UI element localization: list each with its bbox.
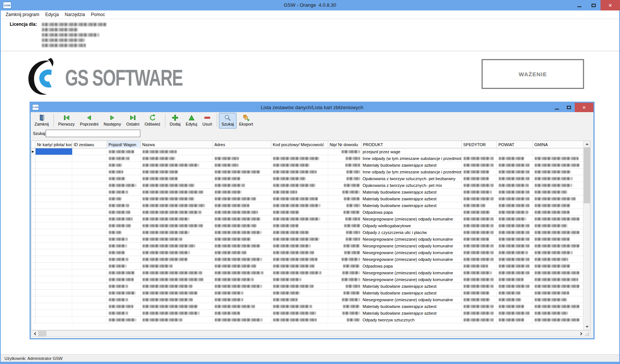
cell-produkt: Materiały budowlane zawierające azbest bbox=[361, 283, 462, 289]
redacted-cell-content bbox=[143, 265, 172, 268]
toolbar-button-szukaj[interactable]: Szukaj bbox=[219, 113, 236, 129]
table-row[interactable]: Inne odpady (w tym zmieszane substancje … bbox=[31, 169, 590, 175]
table-row[interactable]: Odpady z czyszczenia ulic i placów bbox=[31, 229, 590, 236]
table-row[interactable]: Niesegregowane (zmieszane) odpady komuna… bbox=[31, 249, 590, 256]
vertical-scroll-thumb[interactable] bbox=[584, 147, 590, 203]
redacted-cell-content bbox=[109, 278, 134, 281]
column-header-powiat[interactable]: POWIAT bbox=[497, 141, 533, 148]
table-row[interactable]: Materiały budowlane zawierające azbest bbox=[31, 290, 590, 296]
table-row[interactable]: Odpadowa papa bbox=[31, 263, 590, 269]
license-redacted-line bbox=[42, 28, 78, 31]
close-button[interactable]: ✕ bbox=[601, 0, 620, 10]
toolbar-button-odswiez[interactable]: Odśwież bbox=[142, 113, 163, 129]
table-row[interactable]: Materiały budowlane zawierające azbest bbox=[31, 303, 590, 310]
column-header-nazwa[interactable]: Nazwa bbox=[141, 141, 213, 148]
table-row[interactable]: Opakowania z tworzyw sztucznych- pet bez… bbox=[31, 175, 590, 182]
column-header-pojazd[interactable]: Pojazd/ Wagon bbox=[107, 141, 141, 148]
redacted-cell-content bbox=[342, 271, 360, 274]
cell-id_zestawu bbox=[72, 209, 107, 215]
wazenie-button[interactable]: WAŻENIE bbox=[482, 59, 584, 89]
table-row[interactable]: Materiały budowlane zawierające azbest bbox=[31, 310, 590, 317]
column-header-nip[interactable]: Nip/ Nr dowodu bbox=[328, 141, 361, 148]
redacted-cell-content bbox=[343, 305, 360, 308]
next-icon bbox=[109, 114, 116, 121]
toolbar-button-usun[interactable]: Usuń bbox=[200, 113, 215, 129]
scroll-down-button[interactable] bbox=[583, 324, 590, 330]
column-header-adres[interactable]: Adres bbox=[213, 141, 271, 148]
redacted-cell-content bbox=[215, 285, 262, 288]
table-row[interactable]: Odpady tworzyw sztucznych bbox=[31, 317, 590, 323]
table-row[interactable]: Opakowania z tworzyw sztucznych- pet mix bbox=[31, 182, 590, 189]
table-row[interactable]: Niesegregowane (zmieszane) odpady komuna… bbox=[31, 269, 590, 276]
horizontal-scrollbar[interactable] bbox=[31, 330, 590, 337]
redacted-cell-content bbox=[499, 204, 529, 207]
scroll-right-button[interactable] bbox=[578, 331, 584, 336]
redacted-cell-content bbox=[143, 157, 175, 160]
toolbar-button-edytuj[interactable]: Edytuj bbox=[183, 113, 200, 129]
table-row[interactable]: Niesegregowane (zmieszane) odpady komuna… bbox=[31, 276, 590, 283]
column-header-nr_karty[interactable]: Nr karty/ pilota/ kod bbox=[36, 141, 72, 148]
redacted-cell-content bbox=[342, 191, 360, 194]
list-maximize-button[interactable] bbox=[563, 103, 575, 112]
menu-item-pomoc[interactable]: Pomoc bbox=[91, 10, 105, 19]
column-header-id_zestawu[interactable]: ID zestawu bbox=[72, 141, 107, 148]
cell-powiat bbox=[497, 283, 533, 289]
cell-id_zestawu bbox=[72, 182, 107, 188]
cell-produkt: Odpady tworzyw sztucznych bbox=[361, 317, 462, 323]
menu-item-zamknij-program[interactable]: Zamknij program bbox=[6, 10, 39, 19]
minimize-button[interactable] bbox=[572, 0, 586, 10]
cell-powiat bbox=[497, 236, 533, 242]
resize-grip[interactable] bbox=[584, 331, 590, 336]
scroll-up-button[interactable] bbox=[583, 141, 590, 147]
column-header-spedytor[interactable]: SPEDYTOR bbox=[462, 141, 497, 148]
table-row[interactable]: Inne odpady (w tym zmieszane substancje … bbox=[31, 155, 590, 162]
table-row[interactable]: Niesegregowane (zmieszane) odpady komuna… bbox=[31, 236, 590, 243]
table-row[interactable]: Materiały budowlane zawierające azbest bbox=[31, 202, 590, 209]
toolbar-button-pierwszy[interactable]: Pierwszy bbox=[56, 113, 77, 129]
cell-nip bbox=[328, 209, 361, 215]
table-row[interactable]: Niesegregowane (zmieszane) odpady komuna… bbox=[31, 243, 590, 249]
table-row[interactable]: Odpady wielkogabarytowe bbox=[31, 222, 590, 229]
cell-gmina bbox=[533, 222, 583, 229]
toolbar-button-ostatni[interactable]: Ostatni bbox=[124, 113, 142, 129]
table-row[interactable]: Niesegregowane (zmieszane) odpady komuna… bbox=[31, 256, 590, 263]
table-row[interactable]: ▶przejazd przez wage bbox=[31, 148, 590, 155]
column-header-produkt[interactable]: PRODUKT bbox=[361, 141, 462, 148]
table-row[interactable]: Materiały budowlane zawierające azbest bbox=[31, 195, 590, 202]
cell-powiat bbox=[497, 175, 533, 182]
toolbar-button-nastepny[interactable]: Następny bbox=[101, 113, 123, 129]
table-row[interactable]: Niesegregowane (zmieszane) odpady komuna… bbox=[31, 296, 590, 303]
redacted-cell-content bbox=[215, 298, 243, 301]
redacted-cell-content bbox=[499, 177, 529, 180]
toolbar-button-eksport[interactable]: Eksport bbox=[236, 113, 256, 129]
list-close-button[interactable]: ✕ bbox=[575, 103, 593, 112]
cell-powiat bbox=[497, 195, 533, 202]
menu-item-edycja[interactable]: Edycja bbox=[45, 10, 59, 19]
menu-item-narzedzia[interactable]: Narzędzia bbox=[65, 10, 85, 19]
toolbar-button-dodaj[interactable]: Dodaj bbox=[167, 113, 183, 129]
search-input[interactable] bbox=[46, 130, 140, 137]
redacted-cell-content bbox=[346, 177, 360, 180]
table-row[interactable]: Niesegregowane (zmieszane) odpady komuna… bbox=[31, 216, 590, 222]
vertical-scrollbar[interactable] bbox=[583, 141, 590, 330]
horizontal-scroll-thumb[interactable] bbox=[38, 331, 46, 336]
cell-adres bbox=[213, 222, 271, 229]
cell-produkt: Materiały budowlane zawierające azbest bbox=[361, 303, 462, 309]
table-row[interactable]: Materiały budowlane zawierające azbest bbox=[31, 162, 590, 169]
scroll-left-button[interactable] bbox=[31, 331, 38, 336]
cell-produkt: Odpadowa papa bbox=[361, 209, 462, 215]
cell-nip bbox=[328, 317, 361, 323]
table-row[interactable]: Materiały budowlane zawierające azbest bbox=[31, 283, 590, 290]
toolbar-button-poprzedni[interactable]: Poprzedni bbox=[77, 113, 101, 129]
cell-adres bbox=[213, 162, 271, 168]
cell-nr_karty bbox=[36, 290, 72, 296]
toolbar-button-zamknij[interactable]: Zamknij bbox=[32, 113, 52, 129]
column-header-gmina[interactable]: GMINA bbox=[533, 141, 583, 148]
cell-selector bbox=[31, 317, 36, 323]
list-minimize-button[interactable] bbox=[551, 103, 563, 112]
table-row[interactable]: Odpadowa papa bbox=[31, 209, 590, 216]
table-row[interactable]: Materiały budowlane zawierające azbest bbox=[31, 189, 590, 195]
column-header-kod[interactable]: Kod pocztowy/ Miejscowość bbox=[271, 141, 328, 148]
arrow-up-icon bbox=[586, 143, 589, 145]
maximize-button[interactable] bbox=[586, 0, 601, 10]
